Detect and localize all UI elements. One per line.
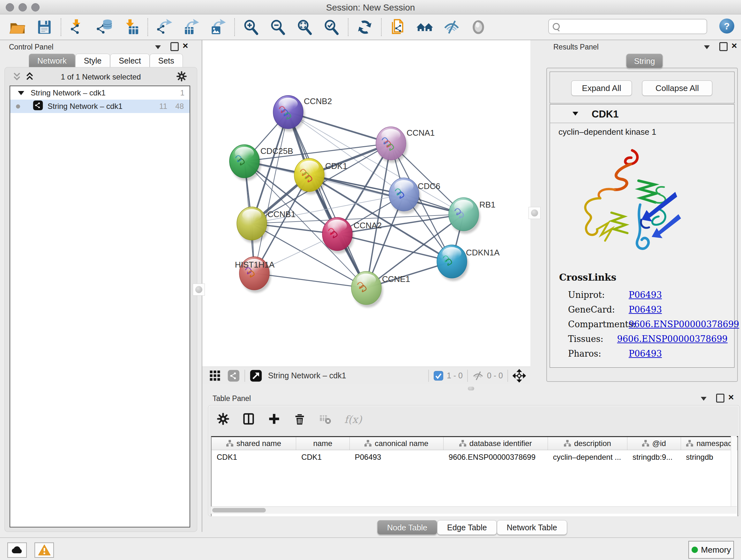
toolbar-group [68, 18, 140, 37]
toolbar-group [242, 18, 341, 37]
column-header-name[interactable]: name [296, 437, 350, 450]
splitter-grip[interactable] [468, 387, 474, 390]
toolbar-separator [234, 18, 235, 36]
table-row[interactable]: CDK1CDK1P064939606.ENSP00000378699cyclin… [212, 450, 738, 464]
crosslink-link[interactable]: 9606.ENSP00000378699 [617, 334, 728, 344]
memory-button[interactable]: Memory [688, 541, 734, 559]
panel-collapse-icon[interactable] [155, 45, 161, 49]
string-home-icon[interactable] [415, 18, 434, 37]
show-panel-icon[interactable] [469, 18, 488, 37]
tab-select[interactable]: Select [110, 54, 149, 67]
crosslink-link[interactable]: 9606.ENSP00000378699 [629, 319, 739, 329]
scrollbar-thumb[interactable] [212, 508, 266, 512]
tab-network[interactable]: Network [29, 54, 75, 67]
search-field[interactable] [548, 19, 707, 34]
table-cell: CDK1 [296, 450, 350, 464]
tab-edge-table[interactable]: Edge Table [437, 520, 497, 535]
table-cell: cyclin–dependent ... [548, 450, 627, 464]
crosslink-label: Compartments: [568, 319, 629, 329]
panel-float-icon[interactable] [716, 394, 724, 402]
import-network-file-icon[interactable] [68, 18, 87, 37]
fit-selected-crosshair-icon[interactable] [513, 369, 526, 382]
network-canvas[interactable]: CCNB2 CCNA1 CDC25B CDK1 CDC6 RB1 CCNB1 C… [202, 40, 530, 367]
export-table-icon[interactable] [182, 18, 200, 37]
column-header-namespac[interactable]: namespac [681, 437, 738, 450]
show-columns-icon[interactable] [242, 413, 255, 427]
cloud-button[interactable] [7, 543, 27, 558]
grid-view-icon[interactable] [209, 369, 221, 382]
panel-collapse-icon[interactable] [701, 397, 706, 401]
network-row[interactable]: String Network – cdk1 11 48 [10, 100, 190, 113]
network-edge-count: 48 [175, 102, 184, 111]
toolbar-separator [381, 18, 382, 36]
hidden-eye-icon[interactable] [472, 370, 484, 381]
column-header-database-identifier[interactable]: database identifier [444, 437, 548, 450]
expand-all-button[interactable]: Expand All [571, 80, 632, 96]
right-splitter-handle[interactable] [529, 207, 541, 219]
export-network-icon[interactable] [155, 18, 174, 37]
horizontal-splitter[interactable] [202, 384, 741, 393]
panel-close-icon[interactable]: × [731, 42, 737, 49]
results-panel: Results Panel × String Expand All Collap… [542, 40, 741, 384]
crosslink-link[interactable]: P06493 [629, 305, 662, 314]
import-table-file-icon[interactable] [122, 18, 140, 37]
refresh-view-icon[interactable] [355, 18, 374, 37]
panel-close-icon[interactable]: × [728, 394, 734, 401]
delete-column-icon[interactable] [293, 413, 306, 427]
help-button[interactable]: ? [719, 18, 734, 34]
search-icon [553, 23, 560, 30]
crosslink-link[interactable]: P06493 [629, 349, 662, 359]
entry-collapse-icon[interactable] [572, 112, 578, 116]
collection-expand-icon[interactable] [18, 91, 24, 95]
network-options-gear-icon[interactable] [176, 71, 187, 83]
svg-text:CCNA1: CCNA1 [407, 128, 434, 138]
panel-collapse-icon[interactable] [704, 45, 710, 49]
function-builder-icon[interactable]: f(x) [344, 414, 362, 426]
collapse-all-button[interactable]: Collapse All [642, 80, 712, 96]
column-header-canonical-name[interactable]: canonical name [350, 437, 444, 450]
crosslink-row: Compartments: 9606.ENSP00000378699 [568, 317, 728, 331]
search-input[interactable] [563, 22, 706, 31]
zoom-selected-icon[interactable] [322, 18, 341, 37]
clipboard-share-icon[interactable] [389, 18, 407, 37]
tab-string[interactable]: String [626, 54, 663, 68]
cloud-icon [10, 543, 24, 557]
column-header-shared-name[interactable]: shared name [212, 437, 296, 450]
left-splitter-handle[interactable] [193, 284, 205, 296]
export-image-icon[interactable] [209, 18, 227, 37]
network-node-count: 11 [159, 102, 167, 111]
tab-network-table[interactable]: Network Table [497, 520, 567, 535]
table-settings-icon[interactable] [217, 413, 229, 427]
panel-float-icon[interactable] [171, 42, 179, 51]
delete-table-icon[interactable] [319, 413, 332, 427]
table-panel-title: Table Panel [212, 394, 251, 403]
save-session-icon[interactable] [35, 18, 54, 37]
zoom-fit-icon[interactable] [295, 18, 314, 37]
hide-panel-icon[interactable] [442, 18, 461, 37]
table-horizontal-scrollbar[interactable] [211, 506, 737, 514]
column-header-@id[interactable]: @id [627, 437, 681, 450]
panel-float-icon[interactable] [719, 42, 728, 51]
network-collection-row[interactable]: String Network – cdk1 1 [10, 86, 190, 100]
table-vertical-scrollbar[interactable] [731, 436, 737, 506]
create-column-icon[interactable] [268, 413, 280, 427]
tab-sets[interactable]: Sets [150, 54, 183, 67]
protein-structure-image [563, 139, 691, 267]
crosslink-label: Pharos: [568, 349, 629, 359]
column-header-description[interactable]: description [548, 437, 627, 450]
panel-close-icon[interactable]: × [183, 42, 188, 49]
selected-checkbox-icon[interactable] [433, 371, 444, 381]
birdseye-view-icon[interactable] [250, 369, 262, 382]
toolbar-group [8, 18, 54, 37]
tab-style[interactable]: Style [75, 54, 111, 67]
tab-node-table[interactable]: Node Table [377, 520, 437, 535]
warning-button[interactable] [35, 543, 54, 558]
string-badge-icon[interactable] [227, 369, 240, 382]
crosslink-link[interactable]: P06493 [629, 290, 662, 300]
open-session-icon[interactable] [8, 18, 27, 37]
zoom-out-icon[interactable] [269, 18, 287, 37]
zoom-in-icon[interactable] [242, 18, 260, 37]
crosslink-label: GeneCard: [568, 305, 629, 314]
table-cell: CDK1 [212, 450, 296, 464]
import-network-database-icon[interactable] [95, 18, 114, 37]
